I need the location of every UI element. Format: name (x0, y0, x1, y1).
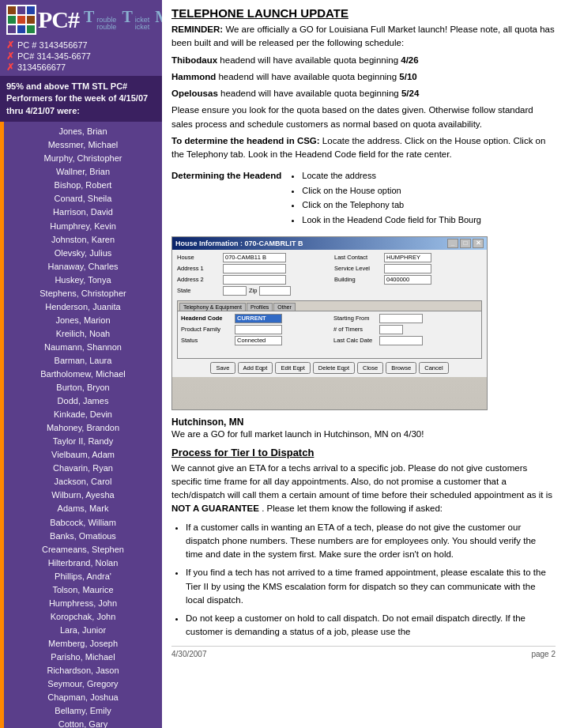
opelousas-line: Opelousas headend will have available qu… (171, 87, 556, 100)
sidebar-name-entry: Wallner, Brian (10, 165, 156, 179)
location-text: We are a GO for full market launch in Hu… (171, 429, 556, 439)
thibodaux-text: headend will have available quota beginn… (220, 55, 401, 65)
headend-bullet-item: Locate the address (302, 169, 481, 183)
lastcalc-row: Last Calc Date (333, 336, 478, 345)
house-input[interactable]: 070-CAMB11 B (223, 253, 286, 262)
sidebar-name-entry: Hanaway, Charles (10, 260, 156, 273)
sidebar-name-entry: Wilburn, Ayesha (10, 488, 156, 502)
hammond-line: Hammond headend will have available quot… (171, 70, 556, 84)
sidebar-active-section: Jones, BrianMessmer, MichaelMurphy, Chri… (0, 122, 162, 728)
form-label-state: State (177, 287, 220, 294)
footer-page: page 2 (531, 650, 556, 658)
sidebar-name-entry: Phillips, Andra' (10, 570, 156, 583)
sidebar-name-entry: Jackson, Carol (10, 475, 156, 488)
headendcode-label: Headend Code (181, 315, 232, 322)
add-eqpt-button[interactable]: Add Eqpt (238, 362, 273, 374)
win-minimize[interactable]: _ (447, 239, 458, 248)
servicelevel-input[interactable] (384, 264, 431, 273)
sidebar-name-entry: Messmer, Michael (10, 138, 156, 152)
headend-bullets-list: Locate the addressClick on the House opt… (291, 169, 481, 227)
performers-header-text: 95% and above TTM STL PC# Performers for… (6, 81, 148, 115)
opelousas-text: headend will have available quota beginn… (220, 89, 401, 98)
lastcalc-input[interactable] (379, 336, 423, 345)
form-label-house: House (177, 254, 220, 261)
startdate-input[interactable] (379, 314, 423, 323)
state-input[interactable] (223, 286, 247, 296)
sidebar-name-entry: Murphy, Christopher (10, 152, 156, 165)
address2-input[interactable] (223, 275, 286, 285)
phone-line-2: ✗ PC# 314-345-6677 (6, 51, 156, 62)
sidebar-name-entry: Hilterbrand, Nolan (10, 556, 156, 570)
sidebar: PC# T roublerouble T icketicket M anagem… (0, 0, 162, 728)
screenshot-inner: House Information : 070-CAMBRLIT B _ □ ✕… (172, 237, 487, 409)
process-intro-text: We cannot give an ETA for a techs arriva… (171, 463, 552, 500)
svg-rect-2 (27, 6, 35, 14)
tab-form-right: Starting From # of Timers Last Calc Date (333, 314, 478, 347)
status-label: Status (181, 337, 232, 344)
productfam-row: Product Family (181, 325, 326, 334)
tab-telephony[interactable]: Telephony & Equipment (179, 303, 246, 311)
startdate-label: Starting From (333, 315, 377, 322)
headendcode-value[interactable]: CURRENT (235, 314, 282, 323)
sidebar-name-entry: Seymour, Gregory (10, 677, 156, 691)
reminder-text: We are officially a GO for Louisiana Ful… (171, 25, 555, 47)
win-maximize[interactable]: □ (460, 239, 471, 248)
edit-eqpt-button[interactable]: Edit Eqpt (275, 362, 310, 374)
sidebar-name-entry: Babcock, William (10, 516, 156, 530)
headend-bullets-area: Locate the addressClick on the House opt… (291, 169, 481, 228)
status-row: Status Connected (181, 336, 326, 345)
lastcontact-input[interactable]: HUMPHREY (384, 253, 431, 262)
save-button[interactable]: Save (210, 362, 235, 374)
numtimers-label: # of Timers (333, 326, 377, 333)
sidebar-name-entry: Tolson, Maurice (10, 583, 156, 597)
sidebar-name-entry: Koropchak, John (10, 610, 156, 624)
svg-rect-4 (17, 16, 25, 24)
win-close[interactable]: ✕ (473, 239, 484, 248)
determining-label-text: Determining the Headend (171, 171, 281, 180)
followup-text: Please ensure you look for the quota bas… (171, 104, 556, 131)
hammond-text: headend will have available quota beginn… (218, 72, 399, 81)
sidebar-name-entry: Naumann, Shannon (10, 341, 156, 354)
process-bullets: If a customer calls in wanting an ETA of… (171, 521, 556, 639)
sidebar-name-entry: Olevsky, Julius (10, 247, 156, 260)
sidebar-name-entry: Richardson, Jason (10, 664, 156, 677)
tab-profiles[interactable]: Profiles (247, 303, 273, 311)
sidebar-name-entry: Kinkade, Devin (10, 408, 156, 421)
sidebar-name-entry: Banks, Omatious (10, 530, 156, 543)
form-right-col: Last Contact HUMPHREY Service Level Buil… (334, 253, 482, 297)
numtimers-row: # of Timers (333, 325, 478, 334)
numtimers-input[interactable] (379, 325, 403, 334)
zip-input[interactable] (259, 286, 291, 296)
sidebar-name-entry: Parisho, Michael (10, 651, 156, 664)
tabs-area: Telephony & Equipment Profiles Other Hea… (177, 300, 482, 359)
thibodaux-date: 4/26 (401, 55, 418, 65)
sidebar-name-entry: Lara, Junior (10, 624, 156, 637)
performers-header: 95% and above TTM STL PC# Performers for… (0, 76, 162, 122)
csg-instruction: To determine the headend in CSG: Locate … (171, 134, 556, 162)
form-label-building: Building (334, 276, 382, 283)
content-body: REMINDER: We are officially a GO for Lou… (171, 23, 556, 161)
svg-rect-8 (27, 25, 35, 33)
cancel-button[interactable]: Cancel (419, 362, 448, 374)
tab-other[interactable]: Other (273, 303, 296, 311)
svg-rect-6 (8, 25, 16, 33)
tab-form-grid: Headend Code CURRENT Product Family Stat… (181, 314, 478, 347)
x-icon-2: ✗ (6, 51, 14, 62)
hammond-bold: Hammond (171, 72, 216, 81)
delete-eqpt-button[interactable]: Delete Eqpt (313, 362, 355, 374)
sidebar-name-entry: Conard, Sheila (10, 192, 156, 206)
status-input[interactable]: Connected (235, 336, 282, 345)
footer-date: 4/30/2007 (171, 650, 207, 658)
win-controls[interactable]: _ □ ✕ (447, 239, 484, 248)
building-input[interactable]: 0400000 (384, 275, 431, 285)
productfam-input[interactable] (235, 325, 282, 334)
sidebar-name-entry: Taylor II, Randy (10, 435, 156, 448)
form-label-address2: Address 2 (177, 276, 220, 283)
close-button-win[interactable]: Close (357, 362, 383, 374)
sidebar-name-entry: Jones, Marion (10, 314, 156, 327)
browse-button[interactable]: Browse (386, 362, 416, 374)
address1-input[interactable] (223, 264, 286, 273)
win-titlebar: House Information : 070-CAMBRLIT B _ □ ✕ (172, 237, 487, 250)
opelousas-bold: Opelousas (171, 89, 218, 98)
headend-label-area: Determining the Headend (171, 169, 281, 182)
